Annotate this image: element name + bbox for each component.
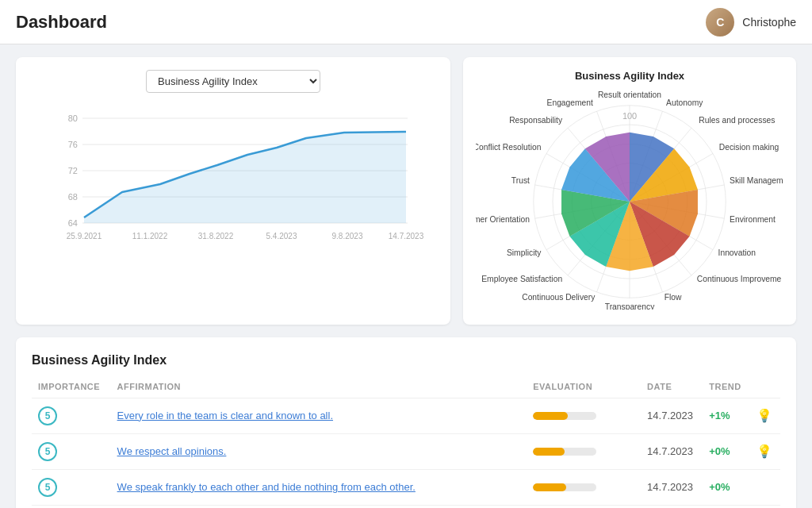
svg-text:Conflict Resolution: Conflict Resolution	[476, 143, 542, 152]
eval-bar-bg	[533, 412, 596, 420]
header: Dashboard C Christophe	[0, 0, 812, 44]
svg-text:5.4.2023: 5.4.2023	[266, 232, 297, 241]
eval-bar	[533, 448, 628, 456]
svg-text:Flow: Flow	[665, 293, 682, 302]
svg-text:Autonomy: Autonomy	[666, 98, 703, 107]
data-table: IMPORTANCE AFFIRMATION EVALUATION DATE T…	[32, 379, 780, 508]
svg-text:31.8.2022: 31.8.2022	[198, 232, 234, 241]
eval-bar-fill	[533, 412, 568, 420]
svg-text:68: 68	[68, 192, 78, 202]
svg-text:Continuous Delivery: Continuous Delivery	[522, 293, 596, 302]
col-affirmation: AFFIRMATION	[111, 379, 527, 398]
importance-badge: 5	[38, 478, 57, 497]
svg-text:Transparency: Transparency	[605, 302, 655, 310]
svg-text:Trust: Trust	[511, 176, 530, 185]
lamp-icon[interactable]: 💡	[756, 409, 772, 422]
svg-text:Simplicity: Simplicity	[507, 248, 542, 257]
svg-text:Innovation: Innovation	[718, 248, 756, 257]
eval-bar	[533, 483, 628, 491]
col-importance: IMPORTANCE	[32, 379, 111, 398]
page-title: Dashboard	[16, 12, 107, 33]
trend-value: +0%	[709, 445, 730, 457]
col-evaluation: EVALUATION	[527, 379, 641, 398]
svg-text:14.7.2023: 14.7.2023	[389, 232, 424, 241]
table-row: 5 Every role in the team is clear and kn…	[32, 398, 780, 433]
svg-text:Rules and processes: Rules and processes	[699, 116, 775, 125]
svg-text:Responsability: Responsability	[509, 116, 563, 125]
table-row: 5 We regularly take a step back from our…	[32, 505, 780, 508]
importance-badge: 5	[38, 406, 57, 425]
top-row: Business Agility Index Team Performance …	[16, 57, 796, 325]
trend-value: +1%	[709, 410, 730, 421]
table-row: 5 We respect all opinions. 14.7.2023 +0%…	[32, 433, 780, 469]
svg-text:76: 76	[68, 140, 78, 149]
chart-select-row: Business Agility Index Team Performance …	[29, 70, 438, 93]
eval-bar-bg	[533, 483, 596, 491]
importance-badge: 5	[38, 442, 57, 461]
eval-bar	[533, 412, 628, 420]
radar-title: Business Agility Index	[476, 70, 783, 82]
col-date: DATE	[641, 379, 703, 398]
date-cell: 14.7.2023	[641, 469, 703, 505]
line-chart: 80 76 72 68 64 25.9.2021 11.1.2022 31.8.…	[29, 102, 438, 245]
svg-text:Engagement: Engagement	[547, 98, 594, 107]
table-panel: Business Agility Index IMPORTANCE AFFIRM…	[16, 337, 796, 508]
svg-text:Employee Satisfaction: Employee Satisfaction	[481, 275, 562, 283]
user-info: C Christophe	[706, 8, 796, 37]
lamp-icon[interactable]: 💡	[756, 444, 772, 458]
eval-bar-bg	[533, 448, 596, 456]
svg-text:64: 64	[68, 218, 78, 228]
svg-text:25.9.2021: 25.9.2021	[67, 232, 102, 241]
svg-text:Skill Managemen: Skill Managemen	[730, 176, 783, 185]
affirmation-link[interactable]: Every role in the team is clear and know…	[117, 409, 521, 423]
avatar: C	[706, 8, 734, 37]
svg-text:72: 72	[68, 166, 78, 175]
svg-text:80: 80	[68, 114, 78, 123]
line-chart-panel: Business Agility Index Team Performance …	[16, 57, 450, 325]
chart-dropdown[interactable]: Business Agility Index Team Performance …	[146, 70, 320, 93]
table-title: Business Agility Index	[32, 353, 780, 368]
table-row: 5 We speak frankly to each other and hid…	[32, 469, 780, 505]
date-cell: 14.7.2023	[641, 433, 703, 469]
svg-text:Environment: Environment	[730, 215, 776, 224]
svg-text:9.8.2023: 9.8.2023	[332, 232, 363, 241]
user-name: Christophe	[742, 16, 796, 29]
eval-bar-fill	[533, 448, 565, 456]
affirmation-link[interactable]: We respect all opinions.	[117, 444, 521, 459]
svg-text:omer Orientation: omer Orientation	[476, 215, 530, 224]
svg-text:Decision making: Decision making	[719, 143, 779, 152]
affirmation-link[interactable]: We speak frankly to each other and hide …	[117, 480, 521, 495]
table-header-row: IMPORTANCE AFFIRMATION EVALUATION DATE T…	[32, 379, 780, 398]
col-trend: TREND	[703, 379, 750, 398]
date-cell: 14.7.2023	[641, 398, 703, 433]
trend-value: +0%	[709, 481, 730, 493]
radar-chart-svg: 100	[476, 88, 783, 310]
svg-marker-16	[84, 132, 406, 223]
eval-bar-fill	[533, 483, 566, 491]
svg-text:Result orientation: Result orientation	[598, 90, 661, 99]
svg-text:Continuous Improveme: Continuous Improveme	[697, 275, 782, 283]
main-content: Business Agility Index Team Performance …	[0, 44, 812, 508]
date-cell: 14.7.2023	[641, 505, 703, 508]
col-action	[750, 379, 780, 398]
svg-text:11.1.2022: 11.1.2022	[132, 232, 168, 241]
line-chart-svg: 80 76 72 68 64 25.9.2021 11.1.2022 31.8.…	[29, 102, 438, 245]
radar-panel: Business Agility Index 100	[463, 57, 796, 325]
